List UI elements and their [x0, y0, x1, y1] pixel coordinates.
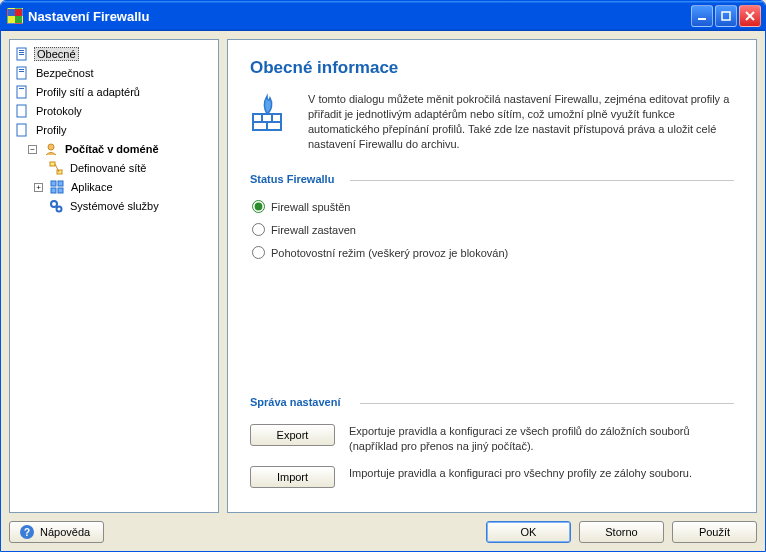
- radio-input-stopped[interactable]: [252, 223, 265, 236]
- tree-item-profiles-adapters[interactable]: Profily sítí a adaptérů: [12, 83, 216, 101]
- svg-rect-21: [51, 188, 56, 193]
- import-description: Importuje pravidla a konfiguraci pro vše…: [349, 466, 734, 481]
- user-icon: [43, 141, 59, 157]
- dialog-footer: ? Nápověda OK Storno Použít: [9, 521, 757, 543]
- gears-icon: [48, 198, 64, 214]
- radio-label: Pohotovostní režim (veškerý provoz je bl…: [271, 247, 508, 259]
- tree-label: Profily sítí a adaptérů: [34, 85, 142, 99]
- radio-input-standby[interactable]: [252, 246, 265, 259]
- svg-rect-6: [19, 52, 24, 53]
- nav-tree: Obecné Bezpečnost Profily sítí a adaptér…: [9, 39, 219, 513]
- svg-point-23: [51, 201, 57, 207]
- intro-text: V tomto dialogu můžete měnit pokročilá n…: [308, 92, 734, 151]
- page-icon: [14, 122, 30, 138]
- tree-item-apps[interactable]: + Aplikace: [12, 178, 216, 196]
- svg-rect-7: [19, 54, 24, 55]
- svg-point-24: [57, 207, 62, 212]
- svg-rect-11: [17, 86, 26, 98]
- apps-icon: [49, 179, 65, 195]
- svg-rect-1: [722, 12, 730, 20]
- svg-rect-8: [17, 67, 26, 79]
- help-button[interactable]: ? Nápověda: [9, 521, 104, 543]
- svg-rect-22: [58, 188, 63, 193]
- ok-button[interactable]: OK: [486, 521, 571, 543]
- svg-rect-20: [58, 181, 63, 186]
- collapse-icon[interactable]: −: [28, 145, 37, 154]
- status-section-title: Status Firewallu: [250, 173, 734, 187]
- tree-item-protocols[interactable]: Protokoly: [12, 102, 216, 120]
- tree-item-defined-networks[interactable]: Definované sítě: [12, 159, 216, 177]
- tree-item-general[interactable]: Obecné: [12, 45, 216, 63]
- svg-rect-12: [19, 88, 24, 89]
- help-icon: ?: [20, 525, 34, 539]
- app-icon: [7, 8, 23, 24]
- tree-label: Bezpečnost: [34, 66, 95, 80]
- help-label: Nápověda: [40, 526, 90, 538]
- tree-item-security[interactable]: Bezpečnost: [12, 64, 216, 82]
- tree-label: Aplikace: [69, 180, 115, 194]
- maximize-button[interactable]: [715, 5, 737, 27]
- tree-item-system-services[interactable]: Systémové služby: [12, 197, 216, 215]
- tree-label: Protokoly: [34, 104, 84, 118]
- svg-rect-0: [698, 18, 706, 20]
- page-icon: [14, 103, 30, 119]
- svg-rect-19: [51, 181, 56, 186]
- export-description: Exportuje pravidla a konfiguraci ze všec…: [349, 424, 734, 454]
- svg-rect-13: [17, 105, 26, 117]
- tree-label: Definované sítě: [68, 161, 148, 175]
- import-button[interactable]: Import: [250, 466, 335, 488]
- radio-firewall-stopped[interactable]: Firewall zastaven: [252, 223, 734, 236]
- export-button[interactable]: Export: [250, 424, 335, 446]
- page-icon: [14, 84, 30, 100]
- tree-item-profily[interactable]: Profily: [12, 121, 216, 139]
- content-panel: Obecné informace V tomto dialogu můžete …: [227, 39, 757, 513]
- tree-label: Počítač v doméně: [63, 142, 161, 156]
- radio-input-running[interactable]: [252, 200, 265, 213]
- svg-rect-5: [19, 50, 24, 51]
- dialog-window: Nastavení Firewallu Obecné: [0, 0, 766, 552]
- radio-firewall-standby[interactable]: Pohotovostní režim (veškerý provoz je bl…: [252, 246, 734, 259]
- radio-label: Firewall spuštěn: [271, 201, 350, 213]
- expand-icon[interactable]: +: [34, 183, 43, 192]
- mgmt-section-title: Správa nastavení: [250, 396, 734, 410]
- svg-rect-10: [19, 71, 24, 72]
- svg-rect-16: [50, 162, 55, 166]
- tree-label: Systémové služby: [68, 199, 161, 213]
- page-title: Obecné informace: [250, 58, 734, 78]
- tree-label: Profily: [34, 123, 69, 137]
- tree-item-computer-domain[interactable]: − Počítač v doméně: [12, 140, 216, 158]
- page-icon: [14, 46, 30, 62]
- tree-label: Obecné: [34, 47, 79, 61]
- page-icon: [14, 65, 30, 81]
- svg-point-15: [48, 144, 54, 150]
- close-button[interactable]: [739, 5, 761, 27]
- firewall-icon: [250, 92, 292, 134]
- window-title: Nastavení Firewallu: [28, 9, 691, 24]
- apply-button[interactable]: Použít: [672, 521, 757, 543]
- cancel-button[interactable]: Storno: [579, 521, 664, 543]
- radio-label: Firewall zastaven: [271, 224, 356, 236]
- svg-rect-9: [19, 69, 24, 70]
- minimize-button[interactable]: [691, 5, 713, 27]
- radio-firewall-running[interactable]: Firewall spuštěn: [252, 200, 734, 213]
- titlebar: Nastavení Firewallu: [1, 1, 765, 31]
- network-icon: [48, 160, 64, 176]
- svg-rect-14: [17, 124, 26, 136]
